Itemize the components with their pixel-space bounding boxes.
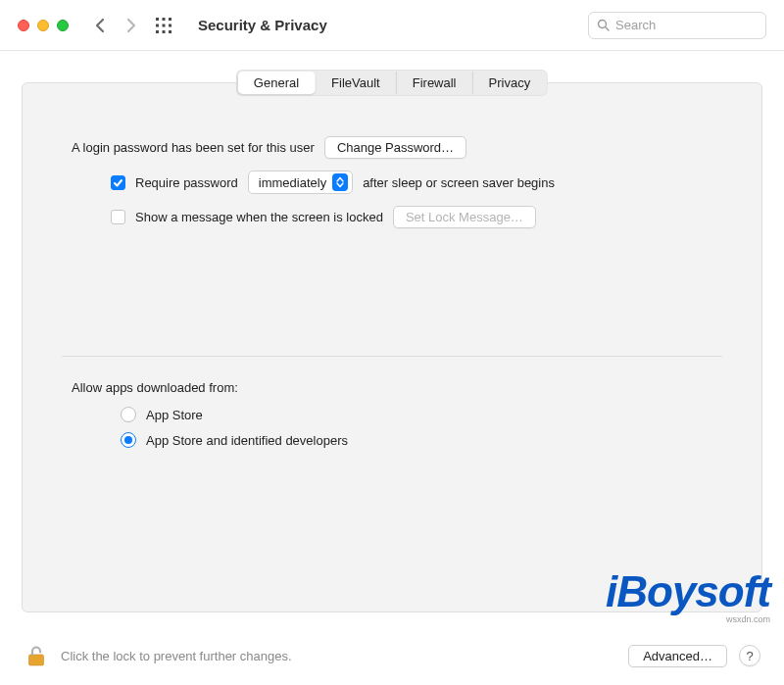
divider (62, 356, 722, 357)
svg-rect-1 (163, 18, 166, 21)
svg-point-9 (599, 21, 607, 28)
svg-rect-3 (156, 24, 159, 26)
window-title: Security & Privacy (198, 17, 327, 33)
help-button[interactable]: ? (739, 645, 760, 666)
svg-rect-2 (169, 18, 172, 21)
search-input[interactable] (615, 18, 758, 32)
require-password-label: Require password (135, 175, 238, 190)
allow-apps-label: Allow apps downloaded from: (72, 380, 722, 395)
lock-icon[interactable] (24, 643, 49, 668)
minimize-window-button[interactable] (37, 20, 49, 31)
radio-app-store-and-dev[interactable] (121, 432, 136, 448)
back-button[interactable] (94, 18, 106, 33)
toolbar: Security & Privacy (0, 0, 784, 51)
window-controls (18, 20, 69, 31)
tab-filevault[interactable]: FileVault (316, 72, 397, 94)
lock-text: Click the lock to prevent further change… (61, 649, 616, 663)
change-password-button[interactable]: Change Password… (324, 136, 466, 159)
search-field[interactable] (588, 12, 766, 39)
forward-button[interactable] (125, 18, 137, 33)
advanced-button[interactable]: Advanced… (628, 645, 727, 667)
radio-app-store-label: App Store (146, 408, 203, 422)
radio-app-store[interactable] (121, 407, 136, 422)
svg-rect-0 (156, 18, 159, 21)
password-delay-value: immediately (259, 175, 326, 190)
chevron-updown-icon (332, 173, 348, 191)
maximize-window-button[interactable] (57, 20, 69, 31)
password-delay-popup[interactable]: immediately (248, 171, 353, 194)
close-window-button[interactable] (18, 20, 29, 31)
svg-line-10 (606, 27, 609, 30)
svg-rect-4 (163, 24, 166, 26)
tab-privacy[interactable]: Privacy (473, 72, 547, 94)
tab-firewall[interactable]: Firewall (397, 72, 473, 94)
show-message-label: Show a message when the screen is locked (135, 210, 383, 224)
watermark-sub: wsxdn.com (726, 615, 770, 624)
tab-general[interactable]: General (238, 72, 316, 94)
login-password-text: A login password has been set for this u… (72, 140, 315, 155)
footer: Click the lock to prevent further change… (0, 626, 784, 685)
radio-app-store-and-dev-label: App Store and identified developers (146, 433, 348, 448)
require-password-checkbox[interactable] (111, 175, 125, 190)
set-lock-message-button: Set Lock Message… (393, 206, 536, 228)
svg-rect-8 (169, 30, 172, 33)
require-password-after: after sleep or screen saver begins (363, 175, 555, 190)
content-panel: General FileVault Firewall Privacy A log… (22, 82, 762, 612)
svg-rect-7 (163, 30, 166, 33)
show-message-checkbox[interactable] (111, 210, 125, 224)
svg-rect-6 (156, 30, 159, 33)
show-all-button[interactable] (155, 17, 172, 34)
tab-bar: General FileVault Firewall Privacy (236, 70, 548, 96)
search-icon (597, 19, 610, 31)
svg-rect-5 (169, 24, 172, 26)
allow-apps-radio-group: App Store App Store and identified devel… (121, 407, 722, 448)
